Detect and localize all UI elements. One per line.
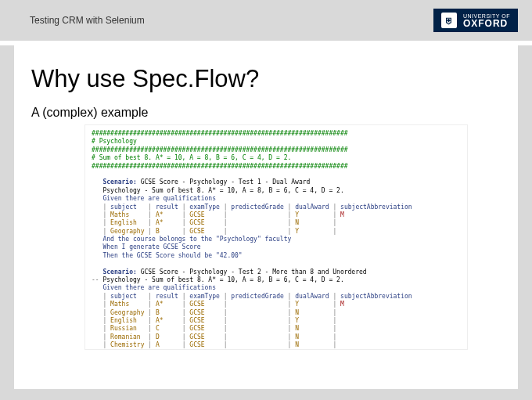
slide-subtitle: A (complex) example (31, 106, 501, 120)
crest-icon: ⛨ (441, 13, 457, 28)
slide-title: Why use Spec.Flow? (31, 65, 501, 93)
slide-header: Testing CRM with Selenium ⛨ UNIVERSITY O… (0, 0, 532, 41)
logo-bottom: OXFORD (463, 19, 510, 28)
header-label: Testing CRM with Selenium (30, 15, 145, 26)
slide-content: Why use Spec.Flow? A (complex) example #… (14, 45, 518, 389)
oxford-logo: ⛨ UNIVERSITY OF OXFORD (433, 9, 518, 32)
code-example: ########################################… (84, 124, 468, 350)
